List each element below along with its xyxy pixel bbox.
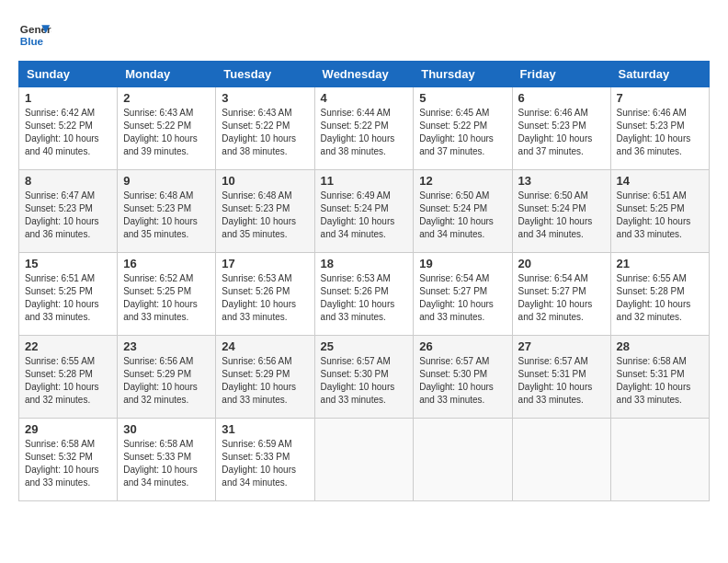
day-number: 31 [222, 422, 308, 436]
calendar-header-row: SundayMondayTuesdayWednesdayThursdayFrid… [19, 62, 710, 87]
calendar-week-row: 1Sunrise: 6:42 AM Sunset: 5:22 PM Daylig… [19, 87, 710, 170]
calendar-cell: 2Sunrise: 6:43 AM Sunset: 5:22 PM Daylig… [118, 87, 216, 170]
day-number: 4 [321, 91, 408, 105]
day-info: Sunrise: 6:47 AM Sunset: 5:23 PM Dayligh… [25, 190, 111, 241]
day-number: 9 [123, 174, 210, 188]
header: General Blue [18, 18, 710, 52]
day-info: Sunrise: 6:46 AM Sunset: 5:23 PM Dayligh… [617, 107, 703, 158]
day-info: Sunrise: 6:49 AM Sunset: 5:24 PM Dayligh… [321, 190, 408, 241]
calendar-cell: 7Sunrise: 6:46 AM Sunset: 5:23 PM Daylig… [610, 87, 709, 170]
day-number: 18 [321, 257, 408, 270]
day-number: 2 [123, 91, 210, 105]
calendar-cell: 9Sunrise: 6:48 AM Sunset: 5:23 PM Daylig… [118, 170, 216, 253]
day-info: Sunrise: 6:48 AM Sunset: 5:23 PM Dayligh… [222, 190, 308, 241]
calendar-cell: 5Sunrise: 6:45 AM Sunset: 5:22 PM Daylig… [414, 87, 512, 170]
calendar-cell: 19Sunrise: 6:54 AM Sunset: 5:27 PM Dayli… [414, 253, 512, 336]
day-info: Sunrise: 6:51 AM Sunset: 5:25 PM Dayligh… [25, 272, 111, 324]
day-of-week-header: Tuesday [216, 62, 314, 87]
calendar-cell: 14Sunrise: 6:51 AM Sunset: 5:25 PM Dayli… [610, 170, 709, 253]
calendar-cell: 15Sunrise: 6:51 AM Sunset: 5:25 PM Dayli… [19, 253, 118, 336]
day-of-week-header: Friday [512, 62, 610, 87]
day-of-week-header: Monday [118, 62, 216, 87]
calendar-cell: 20Sunrise: 6:54 AM Sunset: 5:27 PM Dayli… [512, 253, 610, 336]
day-info: Sunrise: 6:52 AM Sunset: 5:25 PM Dayligh… [123, 272, 210, 324]
day-info: Sunrise: 6:55 AM Sunset: 5:28 PM Dayligh… [617, 272, 703, 324]
calendar-table: SundayMondayTuesdayWednesdayThursdayFrid… [18, 61, 710, 501]
day-info: Sunrise: 6:50 AM Sunset: 5:24 PM Dayligh… [518, 190, 605, 241]
day-number: 6 [518, 91, 605, 105]
calendar-cell: 1Sunrise: 6:42 AM Sunset: 5:22 PM Daylig… [19, 87, 118, 170]
calendar-cell: 10Sunrise: 6:48 AM Sunset: 5:23 PM Dayli… [216, 170, 314, 253]
calendar-cell: 17Sunrise: 6:53 AM Sunset: 5:26 PM Dayli… [216, 253, 314, 336]
day-number: 24 [222, 339, 308, 353]
day-info: Sunrise: 6:51 AM Sunset: 5:25 PM Dayligh… [617, 190, 703, 241]
calendar-week-row: 22Sunrise: 6:55 AM Sunset: 5:28 PM Dayli… [19, 336, 710, 419]
calendar-cell: 8Sunrise: 6:47 AM Sunset: 5:23 PM Daylig… [19, 170, 118, 253]
calendar-week-row: 8Sunrise: 6:47 AM Sunset: 5:23 PM Daylig… [19, 170, 710, 253]
day-number: 1 [25, 91, 111, 105]
calendar-cell [610, 419, 709, 501]
calendar-cell: 12Sunrise: 6:50 AM Sunset: 5:24 PM Dayli… [414, 170, 512, 253]
calendar-cell: 24Sunrise: 6:56 AM Sunset: 5:29 PM Dayli… [216, 336, 314, 419]
day-number: 29 [25, 422, 111, 436]
calendar-cell [314, 419, 414, 501]
day-number: 3 [222, 91, 308, 105]
day-info: Sunrise: 6:53 AM Sunset: 5:26 PM Dayligh… [321, 272, 408, 324]
day-info: Sunrise: 6:57 AM Sunset: 5:30 PM Dayligh… [419, 355, 506, 407]
calendar-week-row: 15Sunrise: 6:51 AM Sunset: 5:25 PM Dayli… [19, 253, 710, 336]
day-info: Sunrise: 6:56 AM Sunset: 5:29 PM Dayligh… [123, 355, 210, 407]
day-number: 10 [222, 174, 308, 188]
day-number: 12 [419, 174, 506, 188]
calendar-cell: 26Sunrise: 6:57 AM Sunset: 5:30 PM Dayli… [414, 336, 512, 419]
day-number: 7 [617, 91, 703, 105]
calendar-cell: 22Sunrise: 6:55 AM Sunset: 5:28 PM Dayli… [19, 336, 118, 419]
day-info: Sunrise: 6:58 AM Sunset: 5:32 PM Dayligh… [25, 438, 111, 489]
calendar-cell: 11Sunrise: 6:49 AM Sunset: 5:24 PM Dayli… [314, 170, 414, 253]
day-number: 28 [617, 339, 703, 353]
day-number: 8 [25, 174, 111, 188]
day-number: 14 [617, 174, 703, 188]
day-of-week-header: Wednesday [314, 62, 414, 87]
day-number: 21 [617, 257, 703, 270]
day-number: 22 [25, 339, 111, 353]
calendar-cell: 16Sunrise: 6:52 AM Sunset: 5:25 PM Dayli… [118, 253, 216, 336]
day-info: Sunrise: 6:58 AM Sunset: 5:31 PM Dayligh… [617, 355, 703, 407]
logo-icon: General Blue [18, 18, 51, 52]
day-info: Sunrise: 6:53 AM Sunset: 5:26 PM Dayligh… [222, 272, 308, 324]
day-number: 27 [518, 339, 605, 353]
day-info: Sunrise: 6:59 AM Sunset: 5:33 PM Dayligh… [222, 438, 308, 489]
day-number: 13 [518, 174, 605, 188]
calendar-cell: 29Sunrise: 6:58 AM Sunset: 5:32 PM Dayli… [19, 419, 118, 501]
day-info: Sunrise: 6:54 AM Sunset: 5:27 PM Dayligh… [518, 272, 605, 324]
calendar-cell: 21Sunrise: 6:55 AM Sunset: 5:28 PM Dayli… [610, 253, 709, 336]
day-info: Sunrise: 6:45 AM Sunset: 5:22 PM Dayligh… [419, 107, 506, 158]
calendar-cell: 25Sunrise: 6:57 AM Sunset: 5:30 PM Dayli… [314, 336, 414, 419]
day-number: 19 [419, 257, 506, 270]
calendar-cell: 28Sunrise: 6:58 AM Sunset: 5:31 PM Dayli… [610, 336, 709, 419]
calendar-cell: 3Sunrise: 6:43 AM Sunset: 5:22 PM Daylig… [216, 87, 314, 170]
day-info: Sunrise: 6:46 AM Sunset: 5:23 PM Dayligh… [518, 107, 605, 158]
calendar-cell: 23Sunrise: 6:56 AM Sunset: 5:29 PM Dayli… [118, 336, 216, 419]
calendar-cell [414, 419, 512, 501]
day-info: Sunrise: 6:57 AM Sunset: 5:30 PM Dayligh… [321, 355, 408, 407]
day-number: 16 [123, 257, 210, 270]
day-of-week-header: Thursday [414, 62, 512, 87]
day-number: 17 [222, 257, 308, 270]
day-number: 20 [518, 257, 605, 270]
day-info: Sunrise: 6:43 AM Sunset: 5:22 PM Dayligh… [123, 107, 210, 158]
calendar-cell: 27Sunrise: 6:57 AM Sunset: 5:31 PM Dayli… [512, 336, 610, 419]
calendar-cell: 30Sunrise: 6:58 AM Sunset: 5:33 PM Dayli… [118, 419, 216, 501]
calendar-cell: 4Sunrise: 6:44 AM Sunset: 5:22 PM Daylig… [314, 87, 414, 170]
day-number: 25 [321, 339, 408, 353]
svg-text:Blue: Blue [20, 35, 44, 47]
calendar-cell: 18Sunrise: 6:53 AM Sunset: 5:26 PM Dayli… [314, 253, 414, 336]
calendar-cell: 31Sunrise: 6:59 AM Sunset: 5:33 PM Dayli… [216, 419, 314, 501]
calendar-cell: 6Sunrise: 6:46 AM Sunset: 5:23 PM Daylig… [512, 87, 610, 170]
day-info: Sunrise: 6:44 AM Sunset: 5:22 PM Dayligh… [321, 107, 408, 158]
day-info: Sunrise: 6:55 AM Sunset: 5:28 PM Dayligh… [25, 355, 111, 407]
calendar-cell [512, 419, 610, 501]
day-number: 15 [25, 257, 111, 270]
day-info: Sunrise: 6:54 AM Sunset: 5:27 PM Dayligh… [419, 272, 506, 324]
day-of-week-header: Sunday [19, 62, 118, 87]
day-info: Sunrise: 6:50 AM Sunset: 5:24 PM Dayligh… [419, 190, 506, 241]
